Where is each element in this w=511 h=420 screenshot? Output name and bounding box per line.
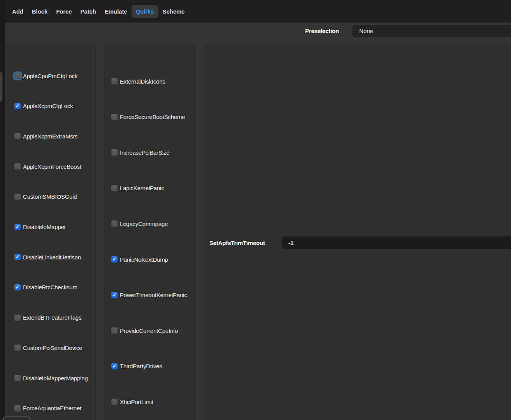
quirk-row[interactable]: ExtendBTFeatureFlags xyxy=(14,314,81,322)
quirk-label: IncreasePciBarSize xyxy=(120,149,169,156)
quirk-label: AppleXcpmForceBoost xyxy=(23,163,81,170)
preselection-dropdown[interactable]: None xyxy=(352,25,511,37)
PanicNoKextDump-checkbox[interactable]: ✓ xyxy=(111,256,118,262)
check-icon: ✓ xyxy=(112,364,117,369)
quirk-row[interactable]: ForceSecureBootScheme xyxy=(111,113,185,121)
set-apfs-trim-timeout-label: SetApfsTrimTimeout xyxy=(209,240,265,246)
LapicKernelPanic-checkbox[interactable] xyxy=(111,185,118,191)
quirk-label: AppleXcpmCfgLock xyxy=(23,103,73,109)
PowerTimeoutKernelPanic-checkbox[interactable]: ✓ xyxy=(111,292,118,298)
CustomPciSerialDevice-checkbox[interactable] xyxy=(14,345,21,351)
AppleXcpmExtraMsrs-checkbox[interactable] xyxy=(14,133,21,139)
quirk-row[interactable]: AppleXcpmForceBoost xyxy=(14,163,81,170)
quirk-row[interactable]: ProvideCurrentCpuInfo xyxy=(111,327,178,334)
ExternalDiskIcons-checkbox[interactable] xyxy=(111,78,118,84)
tab-add[interactable]: Add xyxy=(8,5,28,18)
check-icon: ✓ xyxy=(16,285,20,290)
left-edge-strip xyxy=(0,0,5,420)
quirk-row[interactable]: ✓PanicNoKextDump xyxy=(111,256,168,263)
preselection-value: None xyxy=(359,28,373,34)
tab-force[interactable]: Force xyxy=(52,5,76,18)
quirk-label: CustomSMBIOSGuid xyxy=(23,193,77,200)
quirk-label: ThirdPartyDrives xyxy=(120,363,162,369)
quirk-row[interactable]: ExternalDiskIcons xyxy=(111,77,165,85)
quirk-label: DisableRtcChecksum xyxy=(23,284,77,290)
quirk-label: DisableIoMapper xyxy=(23,224,66,230)
check-icon: ✓ xyxy=(112,257,117,262)
quirk-label: PowerTimeoutKernelPanic xyxy=(120,292,187,298)
quirk-row[interactable]: IncreasePciBarSize xyxy=(111,149,169,156)
quirk-row[interactable]: ✓DisableIoMapper xyxy=(14,223,66,231)
ExtendBTFeatureFlags-checkbox[interactable] xyxy=(14,315,21,321)
DisableIoMapper-checkbox[interactable]: ✓ xyxy=(14,224,21,230)
set-apfs-trim-timeout-input[interactable]: -1 xyxy=(282,236,511,249)
ForceSecureBootScheme-checkbox[interactable] xyxy=(111,114,118,120)
quirk-row[interactable]: AppleXcpmExtraMsrs xyxy=(14,132,78,140)
quirk-label: ExternalDiskIcons xyxy=(120,78,165,85)
CustomSMBIOSGuid-checkbox[interactable] xyxy=(14,194,21,200)
IncreasePciBarSize-checkbox[interactable] xyxy=(111,149,118,156)
tab-quirks[interactable]: Quirks xyxy=(132,5,158,18)
quirk-label: XhciPortLimit xyxy=(120,399,153,405)
quirk-row[interactable]: ✓PowerTimeoutKernelPanic xyxy=(111,291,187,299)
AppleXcpmCfgLock-checkbox[interactable]: ✓ xyxy=(14,103,21,109)
DisableLinkeditJettison-checkbox[interactable]: ✓ xyxy=(14,254,21,260)
quirk-row[interactable]: CustomPciSerialDevice xyxy=(14,344,83,352)
preselection-label: Preselection xyxy=(305,28,339,34)
quirk-row[interactable]: ✓DisableLinkeditJettison xyxy=(14,253,81,261)
quirk-label: CustomPciSerialDevice xyxy=(23,345,83,351)
check-icon: ✓ xyxy=(16,224,20,229)
quirk-label: PanicNoKextDump xyxy=(120,256,168,263)
partially-visible-button[interactable] xyxy=(3,416,30,420)
quirk-label: ForceSecureBootScheme xyxy=(120,114,185,120)
quirk-label: AppleCpuPmCfgLock xyxy=(23,73,77,79)
quirk-row[interactable]: LegacyCommpage xyxy=(111,220,168,228)
tab-scheme[interactable]: Scheme xyxy=(158,5,189,18)
quirk-label: DisableLinkeditJettison xyxy=(23,254,81,261)
DisableIoMapperMapping-checkbox[interactable] xyxy=(14,375,21,381)
tab-block[interactable]: Block xyxy=(28,5,52,18)
quirk-row[interactable]: ✓DisableRtcChecksum xyxy=(14,284,77,291)
quirk-label: LapicKernelPanic xyxy=(120,185,164,191)
check-icon: ✓ xyxy=(16,103,20,108)
AppleXcpmForceBoost-checkbox[interactable] xyxy=(14,163,21,170)
ThirdPartyDrives-checkbox[interactable]: ✓ xyxy=(111,363,118,369)
tab-bar: AddBlockForcePatchEmulateQuirksScheme xyxy=(5,0,511,23)
quirk-label: DisableIoMapperMapping xyxy=(23,375,88,382)
quirk-row[interactable]: ForceAquantiaEthernet xyxy=(14,404,81,412)
tab-emulate[interactable]: Emulate xyxy=(100,5,132,18)
quirk-label: ForceAquantiaEthernet xyxy=(23,405,81,411)
AppleCpuPmCfgLock-checkbox[interactable] xyxy=(14,73,21,79)
check-icon: ✓ xyxy=(16,254,20,259)
quirk-row[interactable]: DisableIoMapperMapping xyxy=(14,374,88,382)
quirk-row[interactable]: LapicKernelPanic xyxy=(111,184,164,192)
quirk-row[interactable]: ✓ThirdPartyDrives xyxy=(111,362,162,370)
quirk-row[interactable]: CustomSMBIOSGuid xyxy=(14,193,77,201)
quirk-label: ExtendBTFeatureFlags xyxy=(23,314,81,321)
quirk-label: ProvideCurrentCpuInfo xyxy=(120,327,178,334)
ForceAquantiaEthernet-checkbox[interactable] xyxy=(14,405,21,411)
DisableRtcChecksum-checkbox[interactable]: ✓ xyxy=(14,284,21,290)
XhciPortLimit-checkbox[interactable] xyxy=(111,399,118,405)
quirk-row[interactable]: ✓AppleXcpmCfgLock xyxy=(14,102,73,110)
quirk-row[interactable]: AppleCpuPmCfgLock xyxy=(14,72,77,80)
set-apfs-trim-timeout-value: -1 xyxy=(288,240,293,246)
quirks-panel-1: AppleCpuPmCfgLock✓AppleXcpmCfgLockAppleX… xyxy=(7,45,96,420)
ProvideCurrentCpuInfo-checkbox[interactable] xyxy=(111,327,118,334)
drawer-handle[interactable] xyxy=(0,72,2,102)
quirk-label: AppleXcpmExtraMsrs xyxy=(23,133,78,140)
tab-bar-tabs: AddBlockForcePatchEmulateQuirksScheme xyxy=(8,4,189,19)
quirk-row[interactable]: XhciPortLimit xyxy=(111,398,153,406)
quirks-panel-2: ExternalDiskIconsForceSecureBootSchemeIn… xyxy=(104,45,195,420)
quirk-label: LegacyCommpage xyxy=(120,220,168,227)
check-icon: ✓ xyxy=(112,292,117,298)
LegacyCommpage-checkbox[interactable] xyxy=(111,220,118,227)
tab-patch[interactable]: Patch xyxy=(76,5,100,18)
quirks-detail-panel xyxy=(204,45,511,420)
